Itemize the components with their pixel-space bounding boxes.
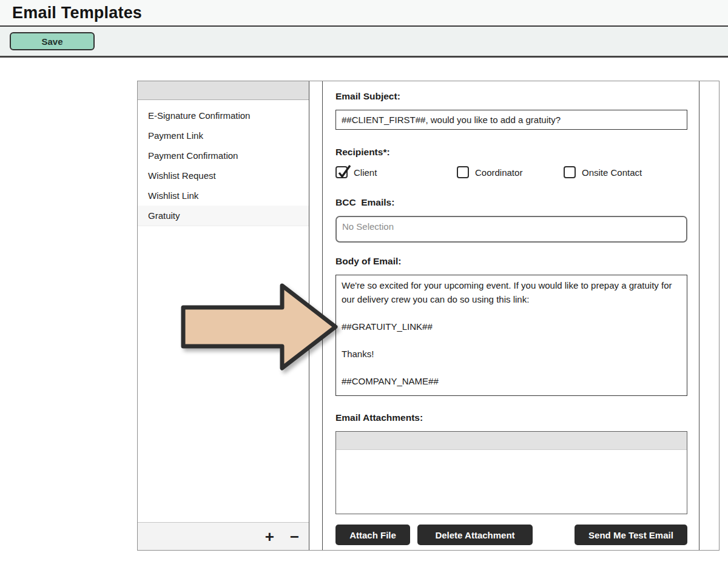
attach-file-button[interactable]: Attach File	[335, 525, 410, 545]
recipient-coordinator-checkbox[interactable]	[457, 166, 469, 178]
sidebar-item-gratuity[interactable]: Gratuity	[138, 206, 309, 226]
email-subject-input[interactable]	[335, 110, 687, 130]
sidebar-item-payment-link[interactable]: Payment Link	[138, 126, 309, 146]
recipient-onsite-contact-label: Onsite Contact	[582, 167, 642, 178]
sidebar-item-esignature-confirmation[interactable]: E-Signature Confirmation	[138, 106, 309, 126]
template-list-sidebar: E-Signature Confirmation Payment Link Pa…	[138, 81, 309, 550]
template-edit-form: Email Subject: Recipients*: Client Coord…	[322, 81, 699, 550]
page-title: Email Templates	[12, 4, 142, 22]
template-list-footer: + −	[138, 522, 309, 550]
remove-template-button[interactable]: −	[290, 530, 299, 543]
sidebar-item-wishlist-link[interactable]: Wishlist Link	[138, 186, 309, 206]
email-attachments-label: Email Attachments:	[335, 412, 686, 423]
recipient-client-label: Client	[354, 167, 377, 178]
body-of-email-input[interactable]: We're so excited for your upcoming event…	[335, 275, 687, 396]
recipient-client-checkbox[interactable]	[335, 166, 348, 178]
template-list-header-band	[138, 81, 309, 100]
recipients-label: Recipients*:	[335, 147, 686, 158]
sidebar-item-wishlist-request[interactable]: Wishlist Request	[138, 166, 309, 186]
page-header: Email Templates	[0, 0, 728, 27]
email-templates-panel: E-Signature Confirmation Payment Link Pa…	[137, 81, 720, 551]
recipient-coordinator-group: Coordinator	[457, 166, 564, 178]
email-subject-label: Email Subject:	[335, 91, 686, 102]
add-template-button[interactable]: +	[265, 530, 274, 543]
checkmark-icon	[337, 164, 351, 180]
recipient-coordinator-label: Coordinator	[475, 167, 522, 178]
recipient-onsite-contact-group: Onsite Contact	[564, 166, 642, 178]
save-button[interactable]: Save	[10, 32, 95, 50]
recipients-row: Client Coordinator Onsite Contact	[335, 166, 686, 178]
bcc-emails-label: BCC Emails:	[335, 197, 686, 208]
attachment-buttons-row: Attach File Delete Attachment Send Me Te…	[335, 525, 687, 545]
delete-attachment-button[interactable]: Delete Attachment	[417, 525, 533, 545]
body-of-email-label: Body of Email:	[335, 256, 686, 267]
template-list: E-Signature Confirmation Payment Link Pa…	[138, 100, 309, 226]
recipient-onsite-contact-checkbox[interactable]	[564, 166, 576, 178]
toolbar: Save	[0, 27, 728, 58]
email-attachments-list-header	[336, 432, 687, 450]
recipient-client-group: Client	[335, 166, 457, 178]
bcc-emails-input[interactable]	[335, 216, 687, 243]
sidebar-item-payment-confirmation[interactable]: Payment Confirmation	[138, 146, 309, 166]
email-attachments-list[interactable]	[335, 431, 687, 514]
send-test-email-button[interactable]: Send Me Test Email	[575, 525, 687, 545]
